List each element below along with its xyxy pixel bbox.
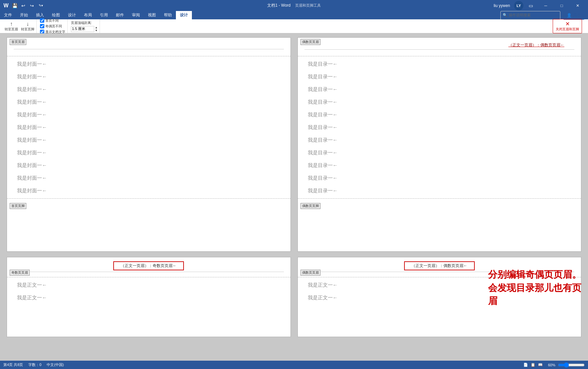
document-area: 首页页眉 我是封面一← 我是封面一← 我是封面一← 我是封面一← 我是封面一← … (0, 33, 588, 361)
page-1-header-label: 首页页眉 (10, 39, 26, 45)
page-2-line-1: 我是目录一← (308, 58, 571, 70)
tab-view[interactable]: 视图 (144, 11, 160, 19)
odd-even-pages-checkbox[interactable]: 奇偶页不同 (40, 24, 65, 29)
page-2-line-9: 我是目录一← (308, 159, 571, 172)
go-to-header-button[interactable]: ↑ 转至页眉 (5, 21, 18, 32)
page-2-footer[interactable]: 偶数页页脚 (298, 198, 581, 210)
status-bar: 第4页 共8页 字数：0 中文(中国) 📄 📋 📖 60% (0, 361, 588, 369)
different-firstpage-checkbox[interactable]: 首页不同 (40, 18, 65, 23)
user-name: liu yywen (494, 3, 510, 8)
page-1-footer-label: 首页页脚 (10, 203, 26, 209)
redo-icon[interactable]: ↪ (29, 2, 35, 9)
search-icon: 🔍 (503, 13, 507, 17)
page-1-line-6: 我是封面一← (17, 121, 281, 134)
page-1-line-1: 我是封面一← (17, 58, 281, 70)
page-2-body: 我是目录一← 我是目录一← 我是目录一← 我是目录一← 我是目录一← 我是目录一… (298, 56, 581, 198)
annotation-text: 分别编辑奇偶页页眉。会发现目录那儿也有页眉 (488, 268, 581, 307)
header-position-label: 页眉顶端距离: (71, 21, 98, 25)
search-bar[interactable]: 🔍 操作说明搜索 (500, 11, 560, 20)
undo-icon[interactable]: ↩ (20, 2, 27, 9)
page-4-header-edit-box[interactable]: （正文一页眉）：偶数页页眉← (404, 261, 475, 270)
word-count: 字数：0 (28, 362, 41, 367)
tab-help[interactable]: 帮助 (160, 11, 176, 19)
page-2-line-6: 我是目录一← (308, 121, 571, 134)
page-2-header[interactable]: 偶数页页眉 （正文一页眉）：偶数页页眉← (298, 38, 581, 56)
header-distance-input[interactable] (71, 26, 94, 32)
page-2-header-text[interactable]: （正文一页眉）：偶数页页眉← (304, 40, 575, 48)
title-bar-left: W 💾 ↩ ↪ ✎▾ (3, 2, 44, 9)
go-to-footer-button[interactable]: ↓ 转至页脚 (21, 21, 34, 32)
page-2-line-4: 我是目录一← (308, 96, 571, 108)
page-3-header-edit-box[interactable]: （正文一页眉）：奇数页页眉← (113, 261, 184, 270)
page-1-line-4: 我是封面一← (17, 96, 281, 108)
ribbon-section-navigation: ↑ 转至页眉 ↓ 转至页脚 (3, 19, 37, 33)
page-2-line-5: 我是目录一← (308, 108, 571, 121)
tab-design-active[interactable]: 设计 (176, 11, 192, 19)
save-icon[interactable]: 💾 (11, 2, 18, 9)
tab-home[interactable]: 开始 (16, 11, 32, 19)
page-count: 第4页 共8页 (3, 362, 23, 367)
ribbon-section-options: 首页不同 奇偶页不同 显示文档文字 (38, 19, 68, 33)
page-2-footer-label: 偶数页页脚 (300, 203, 320, 209)
minimize-button[interactable]: ─ (538, 0, 553, 11)
zoom-slider[interactable] (558, 362, 585, 368)
tab-file[interactable]: 文件 (0, 11, 16, 19)
pages-row-2: （正文一页眉）：奇数页页眉← 奇数页页眉 我是正文一← 我是正文一← （正文一页… (7, 257, 581, 351)
page-2-line-2: 我是目录一← (308, 70, 571, 83)
view-print-icon[interactable]: 📄 (523, 363, 528, 367)
status-bar-left: 第4页 共8页 字数：0 中文(中国) (3, 362, 64, 367)
page-1-line-11: 我是封面一← (17, 184, 281, 197)
status-bar-right: 📄 📋 📖 60% (523, 362, 585, 368)
page-1-line-5: 我是封面一← (17, 108, 281, 121)
page-2-line-8: 我是目录一← (308, 146, 571, 159)
tab-review[interactable]: 审阅 (128, 11, 144, 19)
ribbon-tabs: 文件 开始 插入 绘图 设计 布局 引用 邮件 审阅 视图 帮助 设计 🔍 操作… (0, 11, 588, 19)
user-avatar[interactable]: LY (514, 1, 523, 10)
page-1: 首页页眉 我是封面一← 我是封面一← 我是封面一← 我是封面一← 我是封面一← … (7, 37, 291, 252)
maximize-button[interactable]: □ (554, 0, 569, 11)
header-distance-spinner[interactable]: ▲ ▼ (95, 26, 98, 32)
page-1-line-2: 我是封面一← (17, 70, 281, 83)
page-2-line-11: 我是目录一← (308, 184, 571, 197)
page-2-line-3: 我是目录一← (308, 83, 571, 96)
page-2-header-label: 偶数页页眉 (300, 39, 320, 45)
pages-row-1: 首页页眉 我是封面一← 我是封面一← 我是封面一← 我是封面一← 我是封面一← … (7, 37, 581, 252)
title-bar-title: 文档1 - Word 页眉和页脚工具 (267, 3, 320, 8)
page-1-line-3: 我是封面一← (17, 83, 281, 96)
close-button[interactable]: ✕ (570, 0, 585, 11)
search-placeholder: 操作说明搜索 (509, 13, 531, 18)
page-1-line-7: 我是封面一← (17, 134, 281, 146)
page-3-line-2: 我是正文一← (17, 291, 281, 304)
window-controls: ─ □ ✕ (538, 0, 585, 11)
page-2-line-7: 我是目录一← (308, 134, 571, 146)
tab-mailings[interactable]: 邮件 (112, 11, 128, 19)
share-button[interactable]: 👤 共享 (563, 11, 585, 20)
page-1-footer[interactable]: 首页页脚 (7, 198, 291, 210)
view-web-icon[interactable]: 📋 (531, 363, 535, 367)
close-header-footer-button[interactable]: ✕ 关闭页眉和页脚 (549, 19, 585, 33)
tab-references[interactable]: 引用 (96, 11, 112, 19)
page-4-header-label: 偶数页页眉 (300, 270, 320, 276)
section-title: 页眉和页脚工具 (295, 3, 321, 7)
page-3: （正文一页眉）：奇数页页眉← 奇数页页眉 我是正文一← 我是正文一← (7, 257, 291, 337)
page-2-line-10: 我是目录一← (308, 172, 571, 184)
view-read-icon[interactable]: 📖 (538, 363, 543, 367)
page-2: 偶数页页眉 （正文一页眉）：偶数页页眉← 我是目录一← 我是目录一← 我是目录一… (297, 37, 582, 252)
page-3-line-1: 我是正文一← (17, 279, 281, 291)
ribbon-display-icon[interactable]: ▭ (527, 2, 534, 9)
language: 中文(中国) (47, 362, 64, 367)
customize-icon[interactable]: ✎▾ (37, 2, 44, 9)
share-icon: 👤 (567, 13, 572, 18)
ribbon-toolbar: ↑ 转至页眉 ↓ 转至页脚 首页不同 奇偶页不同 显示文档文字 页眉顶端距离: (0, 19, 588, 33)
page-3-header[interactable]: （正文一页眉）：奇数页页眉← 奇数页页眉 (7, 257, 291, 277)
page-3-header-label: 奇数页页眉 (10, 270, 30, 276)
zoom-level: 60% (548, 363, 555, 367)
tab-design[interactable]: 设计 (64, 11, 80, 19)
title-bar-right: liu yywen LY ▭ ─ □ ✕ (494, 0, 585, 11)
title-bar: W 💾 ↩ ↪ ✎▾ 文档1 - Word 页眉和页脚工具 liu yywen … (0, 0, 588, 11)
page-1-line-10: 我是封面一← (17, 172, 281, 184)
page-1-body: 我是封面一← 我是封面一← 我是封面一← 我是封面一← 我是封面一← 我是封面一… (7, 56, 291, 198)
tab-layout[interactable]: 布局 (80, 11, 96, 19)
page-1-header[interactable]: 首页页眉 (7, 38, 291, 56)
page-1-line-9: 我是封面一← (17, 159, 281, 172)
